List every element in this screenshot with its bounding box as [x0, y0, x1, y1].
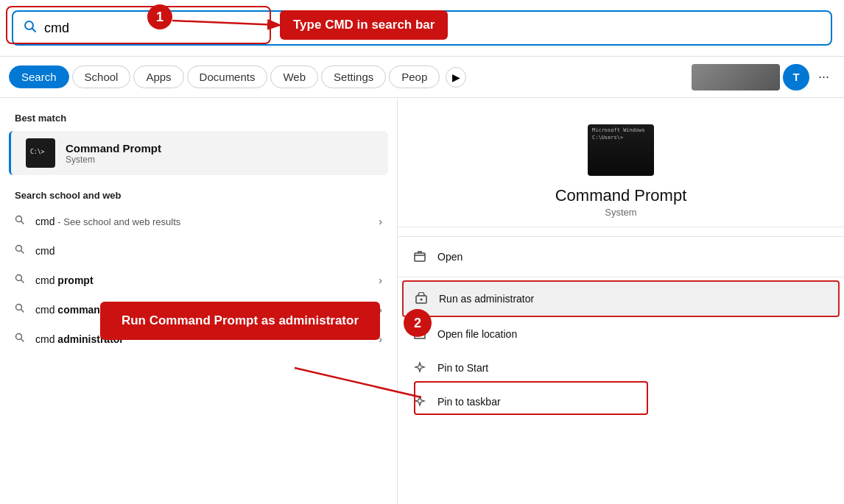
right-actions: Open Run as administrator: [398, 227, 844, 425]
search-icon: [24, 20, 37, 36]
list-item[interactable]: cmd prompt ›: [0, 266, 397, 295]
list-item[interactable]: cmd - See school and web results ›: [0, 207, 397, 236]
left-panel: Best match Command Prompt System Search …: [0, 98, 398, 504]
admin-icon: [414, 291, 429, 306]
action-run-as-admin-label: Run as administrator: [439, 293, 534, 305]
search-bar[interactable]: [12, 10, 832, 46]
action-run-as-admin[interactable]: Run as administrator: [402, 280, 840, 317]
tab-settings[interactable]: Settings: [321, 65, 386, 88]
search-icon-small: [15, 215, 25, 228]
action-pin-taskbar[interactable]: Pin to taskbar: [398, 385, 844, 419]
svg-line-7: [21, 280, 24, 283]
separator: [398, 277, 844, 277]
result-arrow: ›: [379, 274, 382, 286]
result-arrow: ›: [379, 304, 382, 316]
tab-people[interactable]: Peop: [389, 65, 440, 88]
svg-line-9: [21, 310, 24, 313]
action-pin-start-label: Pin to Start: [437, 362, 488, 374]
list-item[interactable]: cmd: [0, 236, 397, 266]
tab-search[interactable]: Search: [9, 65, 69, 88]
svg-line-3: [21, 221, 24, 224]
result-text: cmd: [35, 245, 382, 257]
result-text: cmd - See school and web results: [35, 216, 368, 227]
list-item[interactable]: cmd administrator ›: [0, 324, 397, 354]
tab-arrow[interactable]: ▶: [446, 67, 466, 88]
app-preview: Microsoft WindowsC:\Users\>: [588, 124, 654, 176]
best-match-item[interactable]: Command Prompt System: [9, 131, 388, 175]
search-icon-small: [15, 274, 25, 287]
svg-line-1: [32, 29, 36, 32]
pin-icon: [412, 361, 427, 375]
cmd-icon: [26, 138, 55, 168]
list-item[interactable]: cmd commands ›: [0, 295, 397, 324]
profile-image[interactable]: [692, 64, 780, 90]
folder-icon: [412, 327, 427, 341]
right-panel: Microsoft WindowsC:\Users\> Command Prom…: [398, 98, 844, 504]
tab-web[interactable]: Web: [270, 65, 318, 88]
action-pin-start[interactable]: Pin to Start: [398, 351, 844, 385]
search-bar-container: [0, 0, 844, 57]
action-pin-taskbar-label: Pin to taskbar: [437, 396, 501, 408]
pin-taskbar-icon: [412, 394, 427, 409]
result-arrow: ›: [379, 333, 382, 345]
right-top: Microsoft WindowsC:\Users\> Command Prom…: [398, 113, 844, 227]
app-preview-text: Microsoft WindowsC:\Users\>: [592, 127, 645, 142]
result-arrow: ›: [379, 216, 382, 227]
separator: [398, 236, 844, 237]
best-match-title: Best match: [0, 113, 397, 131]
tabs-row: Search School Apps Documents Web Setting…: [0, 57, 844, 98]
search-icon-small: [15, 244, 25, 258]
main-content: Best match Command Prompt System Search …: [0, 98, 844, 504]
more-button[interactable]: ···: [812, 66, 835, 88]
tab-documents[interactable]: Documents: [187, 65, 268, 88]
best-match-info: Command Prompt System: [66, 142, 161, 165]
svg-point-14: [421, 299, 423, 301]
action-open-label: Open: [437, 251, 463, 263]
search-web-title: Search school and web: [0, 187, 397, 207]
tab-school[interactable]: School: [72, 65, 131, 88]
best-match-type: System: [66, 155, 161, 165]
best-match-name: Command Prompt: [66, 142, 161, 155]
svg-line-5: [21, 251, 24, 254]
search-input[interactable]: [44, 21, 820, 36]
result-text: cmd prompt: [35, 274, 368, 286]
open-icon: [412, 249, 427, 264]
result-text: cmd administrator: [35, 333, 368, 345]
avatar[interactable]: T: [783, 64, 809, 90]
right-app-name: Command Prompt: [555, 186, 687, 205]
tab-apps[interactable]: Apps: [133, 65, 183, 88]
search-icon-small: [15, 333, 25, 346]
action-open[interactable]: Open: [398, 240, 844, 274]
svg-line-11: [21, 339, 24, 342]
right-app-type: System: [605, 207, 636, 218]
action-open-location[interactable]: Open file location: [398, 317, 844, 351]
action-open-location-label: Open file location: [437, 328, 517, 340]
result-text: cmd commands: [35, 304, 368, 316]
svg-rect-12: [415, 253, 425, 261]
search-icon-small: [15, 303, 25, 316]
